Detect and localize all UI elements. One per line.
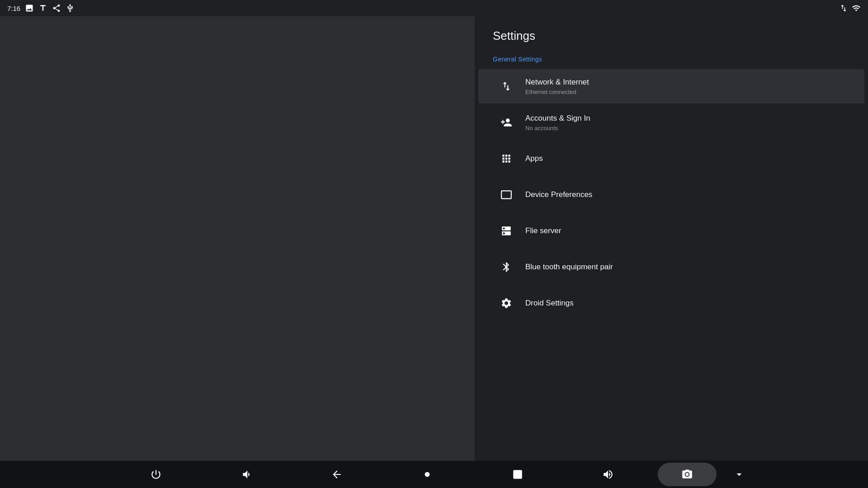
status-right xyxy=(839,4,861,13)
camera-button[interactable] xyxy=(658,463,717,486)
share-icon xyxy=(52,4,61,13)
settings-item-droid[interactable]: Droid Settings xyxy=(478,286,864,320)
fileserver-icon xyxy=(496,221,516,241)
droid-item-text: Droid Settings xyxy=(525,298,574,308)
text-icon xyxy=(38,4,47,13)
usb-icon xyxy=(66,4,75,13)
status-left: 7:16 xyxy=(7,4,75,13)
general-settings-label: General Settings xyxy=(475,52,868,68)
device-icon xyxy=(496,185,516,205)
settings-item-network[interactable]: Network & Internet Ethernet connected xyxy=(478,69,864,103)
apps-item-text: Apps xyxy=(525,154,543,164)
settings-item-device[interactable]: Device Preferences xyxy=(478,178,864,212)
home-button[interactable] xyxy=(382,461,472,488)
back-button[interactable] xyxy=(292,461,382,488)
nav-bar xyxy=(0,461,868,488)
device-item-title: Device Preferences xyxy=(525,190,592,200)
settings-item-bluetooth[interactable]: Blue tooth equipment pair xyxy=(478,250,864,284)
bluetooth-item-title: Blue tooth equipment pair xyxy=(525,262,613,272)
network-icon xyxy=(496,76,516,96)
network-item-title: Network & Internet xyxy=(525,77,589,87)
bluetooth-item-text: Blue tooth equipment pair xyxy=(525,262,613,272)
time-display: 7:16 xyxy=(7,5,20,12)
settings-item-fileserver[interactable]: Flie server xyxy=(478,214,864,248)
volume-down-button[interactable] xyxy=(201,461,292,488)
stop-button[interactable] xyxy=(472,461,563,488)
bluetooth-icon xyxy=(496,257,516,277)
fileserver-item-title: Flie server xyxy=(525,226,561,236)
status-bar: 7:16 xyxy=(0,0,868,16)
gallery-icon xyxy=(25,4,34,13)
apps-icon xyxy=(496,149,516,169)
network-arrows-icon xyxy=(839,4,848,13)
svg-point-0 xyxy=(425,472,430,477)
settings-item-apps[interactable]: Apps xyxy=(478,141,864,176)
droid-icon xyxy=(496,293,516,313)
accounts-item-text: Accounts & Sign In No accounts xyxy=(525,113,590,131)
accounts-item-title: Accounts & Sign In xyxy=(525,113,590,123)
fileserver-item-text: Flie server xyxy=(525,226,561,236)
settings-title: Settings xyxy=(475,16,868,52)
apps-item-title: Apps xyxy=(525,154,543,164)
signal-icon xyxy=(852,4,861,13)
power-button[interactable] xyxy=(111,461,201,488)
device-item-text: Device Preferences xyxy=(525,190,592,200)
accounts-item-subtitle: No accounts xyxy=(525,125,590,131)
main-area xyxy=(0,16,475,470)
dropdown-button[interactable] xyxy=(721,461,757,488)
droid-item-title: Droid Settings xyxy=(525,298,574,308)
accounts-icon xyxy=(496,113,516,132)
settings-item-accounts[interactable]: Accounts & Sign In No accounts xyxy=(478,105,864,140)
settings-panel: Settings General Settings Network & Inte… xyxy=(475,16,868,470)
network-item-subtitle: Ethernet connected xyxy=(525,89,589,95)
network-item-text: Network & Internet Ethernet connected xyxy=(525,77,589,95)
volume-up-button[interactable] xyxy=(563,461,653,488)
